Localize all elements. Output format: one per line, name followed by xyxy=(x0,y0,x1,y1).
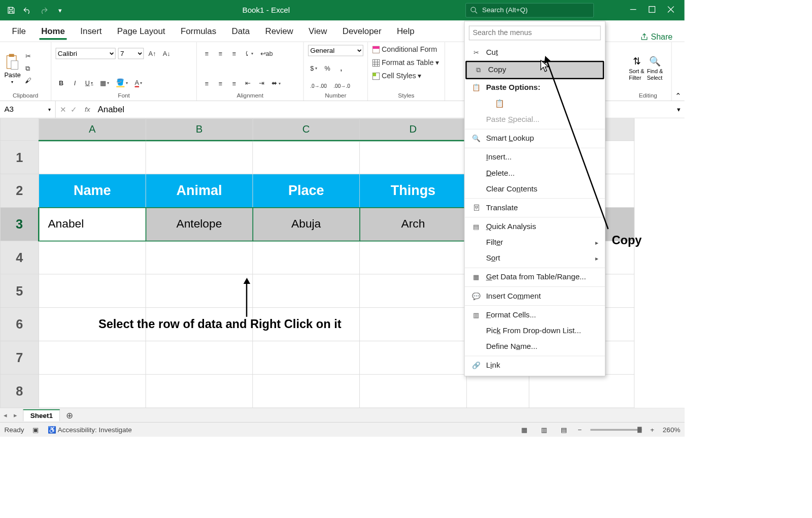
minimize-icon[interactable] xyxy=(630,6,636,15)
align-top-icon[interactable]: ≡ xyxy=(201,48,212,59)
ctx-filter[interactable]: Filter▸ xyxy=(464,235,605,250)
col-head-b[interactable]: B xyxy=(146,118,253,141)
row-head-2[interactable]: 2 xyxy=(0,174,39,208)
sheet-tab-1[interactable]: Sheet1 xyxy=(23,409,60,421)
cell-styles-button[interactable]: Cell Styles▾ xyxy=(372,71,421,81)
align-right-icon[interactable]: ≡ xyxy=(228,78,240,89)
borders-button[interactable]: ▦ xyxy=(98,77,112,88)
ctx-cut[interactable]: ✂Cut xyxy=(464,45,605,60)
ctx-sort[interactable]: Sort▸ xyxy=(464,250,605,266)
accessibility-status[interactable]: ♿ Accessibility: Investigate xyxy=(48,426,132,434)
ctx-define-name[interactable]: Define Name... xyxy=(464,339,605,354)
header-things[interactable]: Things xyxy=(360,174,467,208)
name-box[interactable]: A3▾ xyxy=(0,101,56,118)
ctx-format-cells[interactable]: ▥Format Cells... xyxy=(464,307,605,322)
zoom-in-icon[interactable]: + xyxy=(650,426,654,433)
conditional-formatting-button[interactable]: Conditional Form xyxy=(372,45,437,55)
ctx-pick-list[interactable]: Pick From Drop-down List... xyxy=(464,323,605,339)
tab-developer[interactable]: Developer xyxy=(335,22,389,42)
align-bottom-icon[interactable]: ≡ xyxy=(228,48,240,59)
menu-search-input[interactable] xyxy=(469,26,601,41)
merge-center-icon[interactable]: ⬌ xyxy=(269,78,283,89)
add-sheet-icon[interactable]: ⊕ xyxy=(66,410,73,420)
row-head-7[interactable]: 7 xyxy=(0,341,39,374)
align-middle-icon[interactable]: ≡ xyxy=(215,48,226,59)
decrease-decimal-icon[interactable]: .00→.0 xyxy=(331,81,352,92)
save-icon[interactable] xyxy=(5,4,17,16)
cell-b3[interactable]: Antelope xyxy=(146,207,253,241)
font-size-select[interactable]: 7 xyxy=(118,48,144,59)
cut-icon[interactable]: ✂ xyxy=(22,51,33,62)
accounting-format-icon[interactable]: $ xyxy=(308,62,319,74)
increase-indent-icon[interactable]: ⇥ xyxy=(256,78,267,89)
next-sheet-icon[interactable]: ▸ xyxy=(10,411,20,419)
decrease-font-icon[interactable]: A↓ xyxy=(161,48,173,59)
fx-icon[interactable]: fx xyxy=(81,106,93,113)
fill-color-button[interactable]: 🪣 xyxy=(114,77,130,89)
tab-formulas[interactable]: Formulas xyxy=(173,22,224,42)
expand-formula-bar-icon[interactable]: ▾ xyxy=(672,105,685,113)
paste-button[interactable]: Paste▾ xyxy=(4,53,20,84)
view-page-layout-icon[interactable]: ▥ xyxy=(538,424,550,435)
tab-home[interactable]: Home xyxy=(33,22,73,42)
collapse-ribbon-icon[interactable]: ⌃ xyxy=(672,42,685,101)
row-head-4[interactable]: 4 xyxy=(0,241,39,274)
tab-insert[interactable]: Insert xyxy=(73,22,110,42)
ctx-delete[interactable]: Delete... xyxy=(464,165,605,181)
zoom-out-icon[interactable]: − xyxy=(578,426,582,433)
col-head-d[interactable]: D xyxy=(360,118,467,141)
increase-font-icon[interactable]: A↑ xyxy=(146,48,158,59)
underline-button[interactable]: U xyxy=(83,77,95,88)
cell-c3[interactable]: Abuja xyxy=(253,207,360,241)
row-head-3[interactable]: 3 xyxy=(0,207,39,241)
row-head-6[interactable]: 6 xyxy=(0,308,39,341)
percent-format-icon[interactable]: % xyxy=(322,62,333,74)
increase-decimal-icon[interactable]: .0→.00 xyxy=(308,81,329,92)
ctx-clear-contents[interactable]: Clear Contents xyxy=(464,181,605,197)
zoom-slider[interactable] xyxy=(590,429,641,430)
col-head-c[interactable]: C xyxy=(253,118,360,141)
wrap-text-icon[interactable]: ↩ab xyxy=(258,48,275,59)
tab-review[interactable]: Review xyxy=(257,22,301,42)
header-name[interactable]: Name xyxy=(39,174,146,208)
ctx-get-data[interactable]: ▦Get Data from Table/Range... xyxy=(464,269,605,285)
customize-qat-icon[interactable]: ▾ xyxy=(54,4,66,16)
header-place[interactable]: Place xyxy=(253,174,360,208)
zoom-level[interactable]: 260% xyxy=(663,426,680,433)
decrease-indent-icon[interactable]: ⇤ xyxy=(242,78,253,89)
maximize-icon[interactable] xyxy=(649,6,655,15)
accept-formula-icon[interactable]: ✓ xyxy=(71,105,77,114)
find-select-button[interactable]: 🔍Find & Select xyxy=(647,56,663,81)
align-left-icon[interactable]: ≡ xyxy=(201,78,212,89)
macro-record-icon[interactable]: ▣ xyxy=(32,426,39,434)
prev-sheet-icon[interactable]: ◂ xyxy=(0,411,10,419)
font-color-button[interactable]: A xyxy=(132,77,145,88)
ctx-translate[interactable]: 🈂Translate xyxy=(464,200,605,216)
close-icon[interactable] xyxy=(667,6,674,15)
copy-icon[interactable]: ⧉ xyxy=(22,62,33,74)
format-as-table-button[interactable]: Format as Table▾ xyxy=(372,57,439,68)
cancel-formula-icon[interactable]: ✕ xyxy=(60,105,66,114)
tab-data[interactable]: Data xyxy=(224,22,257,42)
ctx-link[interactable]: 🔗Link xyxy=(464,358,605,373)
format-painter-icon[interactable]: 🖌 xyxy=(22,75,33,86)
tab-page-layout[interactable]: Page Layout xyxy=(110,22,173,42)
select-all-corner[interactable] xyxy=(0,118,39,141)
tab-view[interactable]: View xyxy=(301,22,335,42)
orientation-icon[interactable]: ⤹ xyxy=(242,48,255,59)
ctx-smart-lookup[interactable]: 🔍Smart Lookup xyxy=(464,131,605,146)
search-box[interactable]: Search (Alt+Q) xyxy=(465,3,594,18)
row-head-8[interactable]: 8 xyxy=(0,374,39,408)
comma-format-icon[interactable]: , xyxy=(335,62,347,74)
ctx-quick-analysis[interactable]: ▤Quick Analysis xyxy=(464,219,605,235)
tab-file[interactable]: File xyxy=(4,22,33,42)
col-head-a[interactable]: A xyxy=(39,118,146,141)
cell-a3[interactable]: Anabel xyxy=(39,207,146,241)
font-name-select[interactable]: Calibri xyxy=(56,48,116,59)
header-animal[interactable]: Animal xyxy=(146,174,253,208)
share-button[interactable]: Share xyxy=(633,32,680,42)
italic-button[interactable]: I xyxy=(70,77,81,88)
undo-icon[interactable] xyxy=(21,4,33,16)
view-normal-icon[interactable]: ▦ xyxy=(519,424,530,435)
cell-d3[interactable]: Arch xyxy=(360,207,467,241)
